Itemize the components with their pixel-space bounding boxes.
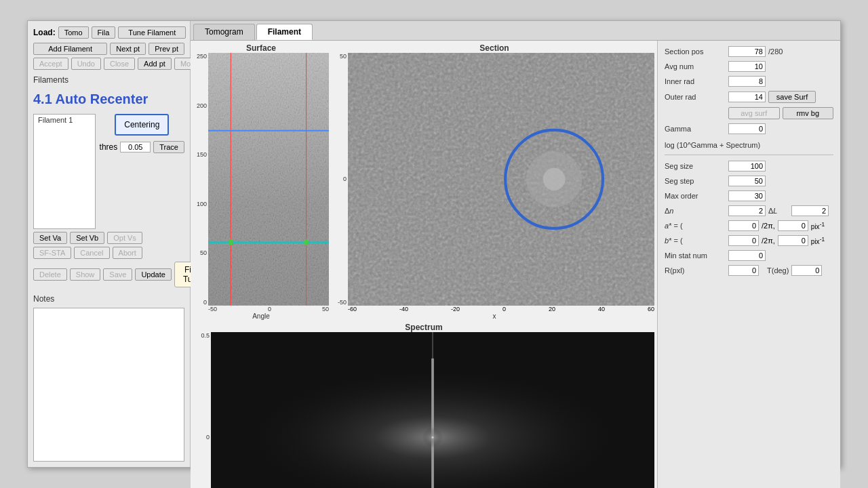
content-area: Surface 250 200 150 100 50 0 bbox=[191, 41, 840, 488]
plots-row-top: Surface 250 200 150 100 50 0 bbox=[193, 43, 654, 320]
delta-n-input[interactable] bbox=[728, 205, 766, 216]
notes-textarea[interactable] bbox=[33, 308, 184, 462]
seg-step-row: Seg step bbox=[665, 176, 833, 186]
a-star-val1[interactable] bbox=[728, 220, 759, 231]
section-pos-label: Section pos bbox=[665, 47, 726, 56]
min-stat-label: Min stat num bbox=[665, 251, 726, 260]
cancel-button[interactable]: Cancel bbox=[74, 247, 109, 259]
min-stat-row: Min stat num bbox=[665, 250, 833, 261]
add-pt-button[interactable]: Add pt bbox=[138, 58, 172, 70]
min-stat-input[interactable] bbox=[728, 250, 766, 261]
undo-button[interactable]: Undo bbox=[71, 58, 101, 70]
outer-rad-label: Outer rad bbox=[665, 93, 726, 101]
centering-button[interactable]: Centering bbox=[115, 114, 169, 136]
show-button[interactable]: Show bbox=[70, 268, 101, 281]
add-filament-button[interactable]: Add Filament bbox=[33, 43, 107, 55]
set-va-button[interactable]: Set Va bbox=[33, 232, 67, 244]
section-row: 50 0 -50 bbox=[334, 53, 654, 306]
avg-surf-button[interactable]: avg surf bbox=[728, 107, 780, 119]
abort-button[interactable]: Abort bbox=[113, 247, 142, 259]
delta-l-input[interactable] bbox=[791, 205, 829, 216]
accept-button[interactable]: Accept bbox=[33, 58, 68, 70]
t-deg-label: T(deg) bbox=[767, 266, 789, 274]
thres-input[interactable] bbox=[120, 142, 151, 152]
tab-filament[interactable]: Filament bbox=[256, 24, 313, 40]
update-button[interactable]: Update bbox=[135, 268, 171, 281]
delta-n-label: Δn bbox=[665, 207, 726, 215]
a-star-val2[interactable] bbox=[778, 220, 808, 231]
a-star-unit: pix-1 bbox=[811, 221, 825, 230]
next-pt-button[interactable]: Next pt bbox=[110, 43, 146, 55]
surface-x-label: Angle bbox=[193, 312, 329, 320]
max-order-input[interactable] bbox=[728, 190, 766, 201]
left-panel: Load: Tomo Fila Tune Filament Add Filame… bbox=[28, 21, 191, 467]
spectrum-row: 0.5 0 -0.5 bbox=[193, 332, 654, 488]
b-star-row: b* = ( /2π, pix-1 bbox=[665, 235, 833, 246]
outer-rad-row: Outer rad save Surf bbox=[665, 91, 833, 103]
notes-label: Notes bbox=[33, 294, 184, 304]
filaments-list: Filament 1 bbox=[33, 114, 96, 229]
b-star-unit: pix-1 bbox=[811, 236, 825, 245]
divider-1 bbox=[665, 155, 833, 155]
surface-wrapper: 250 200 150 100 50 0 bbox=[193, 53, 329, 306]
inner-rad-input[interactable] bbox=[728, 76, 766, 87]
rmv-bg-button[interactable]: rmv bg bbox=[783, 107, 834, 119]
a-star-sep: /2π, bbox=[762, 222, 775, 230]
a-star-row: a* = ( /2π, pix-1 bbox=[665, 220, 833, 231]
surface-title: Surface bbox=[193, 43, 329, 53]
spectrum-y-axis: 0.5 0 -0.5 bbox=[193, 332, 211, 488]
load-label: Load: bbox=[33, 28, 56, 37]
filament-item[interactable]: Filament 1 bbox=[34, 115, 95, 125]
svg-point-12 bbox=[543, 168, 566, 190]
right-panel: Tomogram Filament Surface 250 bbox=[191, 21, 840, 467]
set-vb-button[interactable]: Set Vb bbox=[70, 232, 104, 244]
log-label: log (10^Gamma + Spectrum) bbox=[665, 141, 833, 149]
section-canvas bbox=[348, 53, 654, 306]
avg-num-row: Avg num bbox=[665, 61, 833, 72]
delete-button[interactable]: Delete bbox=[33, 268, 67, 281]
tomo-button[interactable]: Tomo bbox=[58, 26, 89, 39]
plots-area: Surface 250 200 150 100 50 0 bbox=[191, 41, 657, 488]
b-star-val2[interactable] bbox=[778, 235, 808, 246]
filaments-label: Filaments bbox=[33, 75, 184, 85]
auto-recenter-title: 4.1 Auto Recenter bbox=[33, 92, 184, 107]
tune-filament-button[interactable]: Tune Filament bbox=[118, 26, 186, 39]
section-y-axis: 50 0 -50 bbox=[334, 53, 348, 306]
seg-size-row: Seg size bbox=[665, 161, 833, 171]
spectrum-svg bbox=[211, 332, 654, 488]
plot-surface: Surface 250 200 150 100 50 0 bbox=[193, 43, 329, 320]
max-order-label: Max order bbox=[665, 192, 726, 200]
t-deg-input[interactable] bbox=[791, 265, 822, 276]
gamma-input[interactable] bbox=[728, 123, 766, 134]
avg-num-input[interactable] bbox=[728, 61, 766, 72]
set-v-row: Set Va Set Vb Opt Vs bbox=[33, 232, 184, 244]
gamma-row: Gamma bbox=[665, 123, 833, 134]
save-button[interactable]: Save bbox=[103, 268, 132, 281]
section-x-axis: -60 -40 -20 0 20 40 60 bbox=[334, 306, 654, 312]
surface-x-axis: -50 0 50 bbox=[193, 306, 329, 312]
b-star-label: b* = ( bbox=[665, 237, 726, 245]
r-pxl-input[interactable] bbox=[728, 265, 759, 276]
sf-sta-button[interactable]: SF-STA bbox=[33, 247, 71, 259]
fila-button[interactable]: Fila bbox=[92, 26, 116, 39]
prev-pt-button[interactable]: Prev pt bbox=[149, 43, 184, 55]
outer-rad-input[interactable] bbox=[728, 92, 766, 102]
tab-tomogram[interactable]: Tomogram bbox=[193, 24, 255, 40]
tabs-bar: Tomogram Filament bbox=[191, 21, 840, 41]
seg-size-input[interactable] bbox=[728, 161, 766, 171]
trace-button[interactable]: Trace bbox=[153, 141, 184, 153]
r-pxl-label: R(pxl) bbox=[665, 266, 726, 274]
avg-num-label: Avg num bbox=[665, 62, 726, 70]
save-surf-button[interactable]: save Surf bbox=[768, 91, 816, 103]
section-svg bbox=[348, 53, 654, 306]
b-star-val1[interactable] bbox=[728, 235, 759, 246]
section-pos-input[interactable] bbox=[728, 46, 766, 57]
thres-row: thres Trace bbox=[100, 141, 184, 153]
sf-sta-row: SF-STA Cancel Abort bbox=[33, 247, 184, 259]
seg-step-input[interactable] bbox=[728, 176, 766, 186]
close-button[interactable]: Close bbox=[104, 58, 135, 70]
thres-label: thres bbox=[100, 142, 118, 152]
seg-step-label: Seg step bbox=[665, 177, 726, 185]
max-order-row: Max order bbox=[665, 190, 833, 201]
opt-vs-button[interactable]: Opt Vs bbox=[107, 232, 142, 244]
